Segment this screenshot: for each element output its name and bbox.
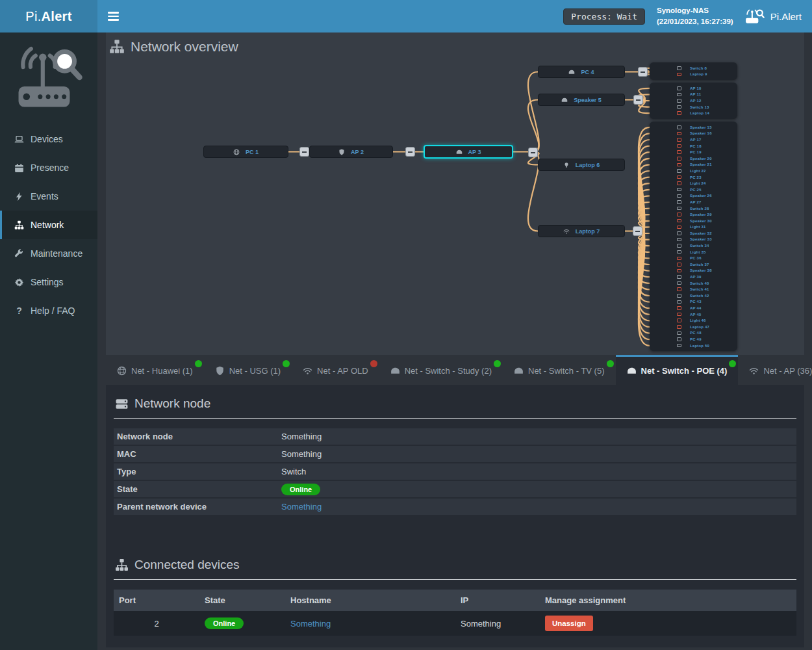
leaf-device-label: Speaker 33 bbox=[690, 237, 712, 241]
parent-device-link[interactable]: Something bbox=[281, 502, 322, 512]
hdd-icon bbox=[568, 69, 575, 75]
leaf-device-label: Light 31 bbox=[690, 225, 706, 229]
leaf-device-pc-18[interactable]: PC 18 bbox=[650, 143, 737, 150]
leaf-device-pc-25[interactable]: PC 25 bbox=[650, 187, 737, 193]
graph-node-laptop-6[interactable]: Laptop 6 bbox=[538, 159, 625, 171]
leaf-device-laptop-9[interactable]: Laptop 9 bbox=[650, 72, 737, 78]
leaf-device-laptop-47[interactable]: Laptop 47 bbox=[650, 324, 737, 330]
device-icon bbox=[677, 66, 681, 70]
tab-net-switch-study-2[interactable]: Net - Switch - Study (2) bbox=[379, 355, 503, 385]
leaf-device-pc-23[interactable]: PC 23 bbox=[650, 174, 737, 181]
sidebar-item-network[interactable]: Network bbox=[0, 211, 97, 239]
leaf-device-speaker-15[interactable]: Speaker 15 bbox=[650, 124, 737, 131]
leaf-device-pc-36[interactable]: PC 36 bbox=[650, 255, 737, 261]
graph-node-speaker-5[interactable]: Speaker 5 bbox=[538, 94, 625, 106]
host-name: Synology-NAS bbox=[657, 5, 733, 16]
leaf-device-ap-39[interactable]: AP 39 bbox=[650, 274, 737, 280]
collapse-button[interactable] bbox=[299, 147, 309, 157]
graph-node-laptop-7[interactable]: Laptop 7 bbox=[538, 225, 625, 237]
leaf-device-label: Laptop 14 bbox=[690, 111, 709, 115]
leaf-device-speaker-32[interactable]: Speaker 32 bbox=[650, 230, 737, 237]
leaf-device-ap-12[interactable]: AP 12 bbox=[650, 98, 737, 104]
leaf-device-pc-49[interactable]: PC 49 bbox=[650, 336, 737, 343]
leaf-device-ap-11[interactable]: AP 11 bbox=[650, 92, 737, 98]
leaf-device-speaker-26[interactable]: Speaker 26 bbox=[650, 193, 737, 200]
device-icon bbox=[677, 73, 681, 77]
leaf-device-label: Speaker 32 bbox=[690, 231, 712, 235]
collapse-button[interactable] bbox=[633, 226, 642, 236]
bulb-icon bbox=[563, 162, 570, 168]
graph-node-pc-1[interactable]: PC 1 bbox=[203, 146, 288, 158]
leaf-device-pc-48[interactable]: PC 48 bbox=[650, 330, 737, 337]
leaf-device-ap-45[interactable]: AP 45 bbox=[650, 311, 737, 318]
leaf-device-speaker-16[interactable]: Speaker 16 bbox=[650, 131, 737, 137]
leaf-device-switch-37[interactable]: Switch 37 bbox=[650, 261, 737, 268]
leaf-device-laptop-50[interactable]: Laptop 50 bbox=[650, 343, 737, 349]
leaf-device-speaker-33[interactable]: Speaker 33 bbox=[650, 237, 737, 243]
leaf-device-pc-43[interactable]: PC 43 bbox=[650, 299, 737, 306]
leaf-device-switch-13[interactable]: Switch 13 bbox=[650, 104, 737, 110]
graph-node-ap-2[interactable]: AP 2 bbox=[309, 146, 393, 158]
leaf-device-speaker-20[interactable]: Speaker 20 bbox=[650, 155, 737, 162]
sidebar-item-settings[interactable]: Settings bbox=[0, 268, 97, 296]
leaf-device-light-35[interactable]: Light 35 bbox=[650, 249, 737, 255]
tab-net-switch-tv-5[interactable]: Net - Switch - TV (5) bbox=[503, 355, 616, 385]
leaf-device-light-31[interactable]: Light 31 bbox=[650, 224, 737, 231]
tab-net-usg-1[interactable]: Net - USG (1) bbox=[204, 355, 292, 385]
sidebar-item-devices[interactable]: Devices bbox=[0, 125, 97, 153]
unassign-button[interactable]: Unassign bbox=[545, 616, 593, 631]
leaf-device-switch-8[interactable]: Switch 8 bbox=[650, 65, 737, 72]
tab-net-switch-poe-4[interactable]: Net - Switch - POE (4) bbox=[616, 355, 739, 385]
divider bbox=[114, 418, 796, 419]
app-logo[interactable]: Pi.Alert bbox=[0, 0, 97, 32]
leaf-device-ap-44[interactable]: AP 44 bbox=[650, 305, 737, 311]
leaf-device-ap-17[interactable]: AP 17 bbox=[650, 136, 737, 143]
device-icon bbox=[677, 337, 681, 341]
leaf-device-ap-27[interactable]: AP 27 bbox=[650, 199, 737, 205]
graph-node-ap-3[interactable]: AP 3 bbox=[424, 145, 513, 159]
graph-node-pc-4[interactable]: PC 4 bbox=[538, 66, 625, 78]
column-header-state: State bbox=[199, 595, 285, 605]
tab-net-ap-36[interactable]: Net - AP (36) bbox=[738, 355, 812, 385]
sidebar-item-events[interactable]: Events bbox=[0, 182, 97, 211]
leaf-device-speaker-38[interactable]: Speaker 38 bbox=[650, 268, 737, 274]
device-port: 2 bbox=[114, 619, 199, 629]
tab-net-huawei-1[interactable]: Net - Huawei (1) bbox=[106, 355, 204, 385]
tab-net-ap-old[interactable]: Net - AP OLD bbox=[292, 355, 379, 385]
collapse-button[interactable] bbox=[405, 147, 415, 157]
leaf-device-label: Speaker 20 bbox=[690, 157, 712, 161]
leaf-device-speaker-21[interactable]: Speaker 21 bbox=[650, 162, 737, 168]
leaf-device-laptop-14[interactable]: Laptop 14 bbox=[650, 110, 737, 116]
leaf-device-speaker-30[interactable]: Speaker 30 bbox=[650, 218, 737, 224]
leaf-device-label: AP 45 bbox=[690, 313, 702, 317]
leaf-device-ap-10[interactable]: AP 10 bbox=[650, 85, 737, 92]
leaf-device-switch-28[interactable]: Switch 28 bbox=[650, 205, 737, 212]
collapse-button[interactable] bbox=[528, 148, 538, 157]
wrench-icon bbox=[14, 249, 24, 259]
leaf-device-switch-40[interactable]: Switch 40 bbox=[650, 280, 737, 287]
leaf-device-light-24[interactable]: Light 24 bbox=[650, 180, 737, 187]
leaf-device-label: Light 46 bbox=[690, 318, 706, 322]
column-header-ip: IP bbox=[455, 595, 540, 605]
leaf-device-switch-42[interactable]: Switch 42 bbox=[650, 292, 737, 299]
collapse-button[interactable] bbox=[638, 67, 648, 77]
device-icon bbox=[677, 294, 681, 298]
sitemap-icon bbox=[109, 39, 125, 55]
collapse-button[interactable] bbox=[633, 95, 643, 105]
tab-label: Net - USG (1) bbox=[229, 366, 281, 376]
sidebar-item-maintenance[interactable]: Maintenance bbox=[0, 239, 97, 268]
leaf-device-pc-19[interactable]: PC 19 bbox=[650, 149, 737, 155]
hostname-link[interactable]: Something bbox=[285, 619, 455, 629]
leaf-device-switch-34[interactable]: Switch 34 bbox=[650, 242, 737, 249]
header-brand[interactable]: Pi.Alert bbox=[745, 8, 802, 25]
sidebar-item-presence[interactable]: Presence bbox=[0, 153, 97, 182]
node-detail-label: Parent network device bbox=[114, 502, 281, 512]
leaf-device-speaker-29[interactable]: Speaker 29 bbox=[650, 211, 737, 218]
sidebar-item-help-faq[interactable]: ?Help / FAQ bbox=[0, 296, 97, 325]
leaf-device-switch-41[interactable]: Switch 41 bbox=[650, 286, 737, 292]
online-badge: Online bbox=[281, 484, 320, 495]
sidebar-toggle-button[interactable] bbox=[97, 0, 129, 32]
leaf-device-light-46[interactable]: Light 46 bbox=[650, 317, 737, 324]
device-icon bbox=[677, 213, 681, 216]
leaf-device-light-22[interactable]: Light 22 bbox=[650, 168, 737, 174]
